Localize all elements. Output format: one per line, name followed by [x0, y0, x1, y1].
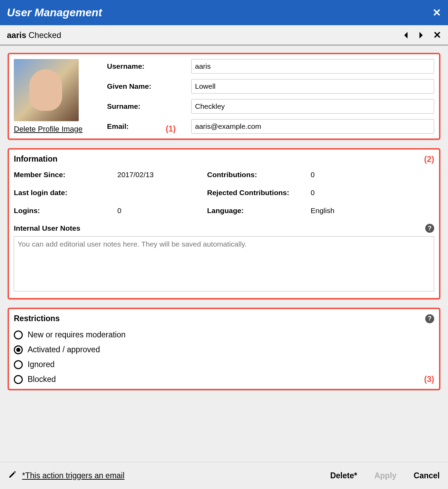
radio-label: Ignored	[28, 360, 55, 369]
radio-icon	[14, 360, 23, 369]
email-input[interactable]	[191, 119, 434, 134]
username-label: Username:	[107, 62, 183, 70]
annotation-1: (1)	[166, 124, 176, 134]
dialog-title: User Management	[7, 6, 102, 19]
given-name-label: Given Name:	[107, 82, 183, 90]
restrictions-card: Restrictions ? New or requires moderatio…	[8, 308, 440, 390]
footer-bar: *This action triggers an email Delete* A…	[0, 462, 448, 489]
contributions-label: Contributions:	[207, 171, 311, 179]
member-since-label: Member Since:	[14, 171, 117, 179]
surname-input[interactable]	[191, 99, 434, 114]
internal-notes-input[interactable]	[14, 236, 434, 291]
avatar	[14, 59, 79, 121]
language-label: Language:	[207, 207, 311, 215]
radio-label: New or requires moderation	[28, 330, 126, 339]
radio-icon	[14, 375, 23, 384]
member-since-value: 2017/02/13	[117, 171, 207, 179]
notes-heading: Internal User Notes	[14, 224, 80, 232]
radio-label: Activated / approved	[28, 345, 100, 354]
username-input[interactable]	[191, 59, 434, 74]
delete-button[interactable]: Delete*	[330, 471, 357, 480]
radio-label: Blocked	[28, 375, 56, 384]
surname-label: Surname:	[107, 102, 183, 111]
restriction-option-activated[interactable]: Activated / approved	[14, 345, 434, 354]
pencil-icon	[8, 470, 17, 481]
restriction-option-ignored[interactable]: Ignored	[14, 360, 434, 369]
email-trigger-note[interactable]: *This action triggers an email	[22, 471, 125, 480]
close-panel-icon[interactable]: ✕	[433, 29, 441, 41]
profile-card: Delete Profile Image Username: Given Nam…	[8, 53, 440, 140]
cancel-button[interactable]: Cancel	[414, 471, 440, 480]
radio-icon	[14, 345, 23, 354]
close-icon[interactable]: ✕	[432, 7, 441, 19]
logins-label: Logins:	[14, 207, 117, 215]
restriction-option-blocked[interactable]: Blocked	[14, 375, 434, 384]
sub-header: aaris Checked ✕	[0, 25, 448, 45]
restriction-option-new[interactable]: New or requires moderation	[14, 330, 434, 339]
restrictions-heading: Restrictions	[14, 314, 60, 323]
rejected-label: Rejected Contributions:	[207, 189, 311, 197]
annotation-3: (3)	[424, 374, 434, 384]
annotation-2: (2)	[424, 154, 434, 164]
given-name-input[interactable]	[191, 79, 434, 94]
information-card: Information (2) Member Since: 2017/02/13…	[8, 148, 440, 299]
last-login-label: Last login date:	[14, 189, 117, 197]
radio-icon	[14, 330, 23, 339]
title-bar: User Management ✕	[0, 0, 448, 25]
contributions-value: 0	[311, 171, 434, 179]
help-icon[interactable]: ?	[425, 314, 434, 323]
delete-profile-image-link[interactable]: Delete Profile Image	[14, 125, 97, 134]
information-heading: Information	[14, 154, 434, 164]
last-login-value	[117, 189, 207, 197]
language-value: English	[311, 207, 434, 215]
prev-icon[interactable]	[403, 31, 409, 39]
rejected-value: 0	[311, 189, 434, 197]
apply-button: Apply	[374, 471, 397, 480]
next-icon[interactable]	[418, 31, 424, 39]
logins-value: 0	[117, 207, 207, 215]
user-handle-status: aaris Checked	[7, 30, 61, 40]
help-icon[interactable]: ?	[425, 224, 434, 233]
